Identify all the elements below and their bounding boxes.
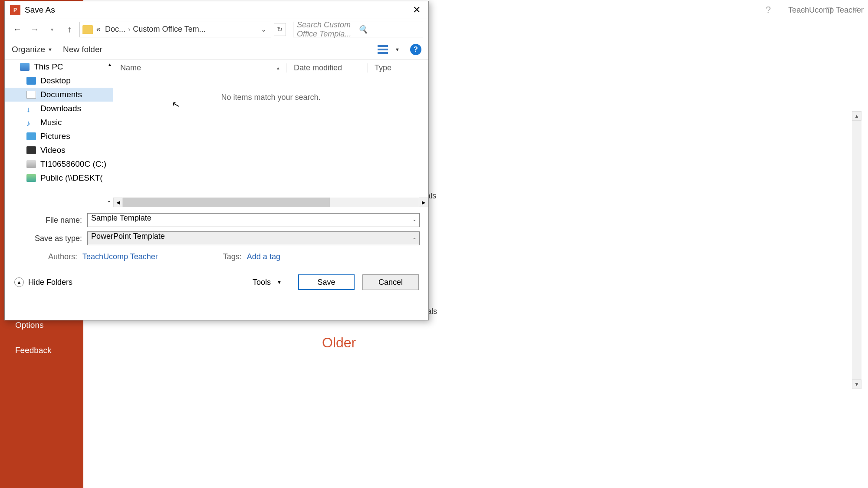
list-view-icon (378, 45, 388, 54)
tree-item-network[interactable]: Public (\\DESKT(⌄ (5, 171, 113, 185)
cancel-button[interactable]: Cancel (362, 274, 419, 290)
dialog-titlebar: P Save As ✕ (5, 1, 428, 19)
forward-icon[interactable]: → (27, 22, 42, 37)
scroll-up-icon[interactable]: ▲ (852, 111, 861, 121)
filename-input[interactable]: Sample Template⌄ (87, 213, 420, 227)
authors-label: Authors: (48, 252, 77, 261)
organize-button[interactable]: Organize▼ (12, 45, 53, 54)
view-button[interactable]: ▼ (378, 45, 400, 54)
folder-tree[interactable]: ▲ This PC Desktop Documents Downloads Mu… (5, 60, 113, 207)
file-list[interactable]: Name▴ Date modified Type No items match … (113, 60, 428, 207)
tree-item-desktop[interactable]: Desktop (5, 74, 113, 88)
dialog-body: ▲ This PC Desktop Documents Downloads Mu… (5, 59, 428, 207)
folder-icon (82, 25, 93, 34)
tree-scroll-up-icon[interactable]: ▲ (107, 60, 113, 69)
empty-message: No items match your search. (113, 76, 428, 119)
address-bar[interactable]: « Doc... › Custom Office Tem... ⌄ (79, 22, 271, 37)
dialog-nav: ← → ▾ ↑ « Doc... › Custom Office Tem... … (5, 19, 428, 40)
tools-button[interactable]: Tools▼ (244, 275, 290, 290)
hscroll-right-icon[interactable]: ▶ (419, 198, 428, 207)
help-button[interactable]: ? (410, 44, 421, 55)
authors-value[interactable]: TeachUcomp Teacher (82, 252, 158, 261)
new-folder-button[interactable]: New folder (63, 45, 102, 54)
help-icon[interactable]: ? (766, 4, 771, 16)
filename-dropdown-icon[interactable]: ⌄ (412, 216, 417, 222)
search-placeholder: Search Custom Office Templa... (297, 20, 358, 39)
type-select[interactable]: PowerPoint Template⌄ (87, 231, 420, 245)
dialog-fields: File name: Sample Template⌄ Save as type… (5, 207, 428, 266)
sort-asc-icon: ▴ (277, 65, 279, 71)
addr-part3[interactable]: Custom Office Tem... (133, 25, 205, 34)
hscroll-thumb[interactable] (123, 198, 330, 207)
pictures-icon (26, 132, 36, 140)
pc-icon (20, 63, 30, 71)
tree-item-pictures[interactable]: Pictures (5, 129, 113, 143)
tree-item-videos[interactable]: Videos (5, 143, 113, 157)
documents-icon (26, 91, 36, 99)
tree-item-downloads[interactable]: Downloads (5, 102, 113, 115)
network-icon (26, 174, 36, 182)
chevron-down-icon[interactable]: ⌄ (107, 198, 111, 204)
older-heading: Older (322, 335, 356, 351)
save-as-dialog: P Save As ✕ ← → ▾ ↑ « Doc... › Custom Of… (4, 1, 429, 320)
content-scrollbar[interactable]: ▲ ▼ (852, 111, 861, 389)
file-list-hscroll[interactable]: ◀ ▶ (113, 198, 428, 207)
tags-label: Tags: (223, 252, 242, 261)
tree-item-drive[interactable]: TI10658600C (C:) (5, 157, 113, 171)
up-icon[interactable]: ↑ (62, 22, 77, 37)
type-dropdown-icon[interactable]: ⌄ (412, 234, 417, 241)
chevron-right-icon[interactable]: › (128, 26, 130, 33)
file-list-header: Name▴ Date modified Type (113, 60, 428, 76)
history-dropdown-icon[interactable]: ▾ (45, 22, 59, 37)
chevron-up-icon: ▲ (14, 277, 24, 287)
tree-item-this-pc[interactable]: This PC (5, 60, 113, 74)
column-date[interactable]: Date modified (287, 63, 368, 73)
powerpoint-icon: P (10, 5, 20, 15)
music-icon (26, 119, 36, 126)
save-button[interactable]: Save (298, 274, 355, 290)
hscroll-left-icon[interactable]: ◀ (113, 198, 123, 207)
videos-icon (26, 146, 36, 154)
close-window-icon[interactable]: ✕ (851, 5, 859, 14)
search-input[interactable]: Search Custom Office Templa... 🔍 (293, 22, 423, 37)
addr-part1[interactable]: « (96, 25, 101, 34)
close-dialog-icon[interactable]: ✕ (410, 3, 423, 16)
addr-dropdown-icon[interactable]: ⌄ (259, 25, 268, 33)
filename-label: File name: (13, 216, 87, 225)
dialog-footer: ▲ Hide Folders Tools▼ Save Cancel (5, 266, 428, 299)
type-label: Save as type: (13, 234, 87, 243)
drive-icon (26, 160, 36, 168)
tree-item-documents[interactable]: Documents (5, 88, 113, 102)
back-icon[interactable]: ← (10, 22, 25, 37)
maximize-icon[interactable]: ▢ (825, 5, 833, 14)
search-icon[interactable]: 🔍 (358, 25, 419, 34)
tree-item-music[interactable]: Music (5, 115, 113, 129)
scroll-down-icon[interactable]: ▼ (852, 379, 861, 389)
column-name[interactable]: Name▴ (113, 63, 287, 73)
addr-part2[interactable]: Doc... (105, 25, 125, 34)
tags-value[interactable]: Add a tag (247, 252, 280, 261)
sidebar-item-feedback[interactable]: Feedback (0, 338, 83, 363)
column-type[interactable]: Type (368, 63, 428, 73)
downloads-icon (26, 105, 36, 112)
hide-folders-button[interactable]: ▲ Hide Folders (14, 277, 72, 287)
dialog-title: Save As (25, 5, 410, 15)
dialog-toolbar: Organize▼ New folder ▼ ? (5, 40, 428, 59)
refresh-icon[interactable]: ↻ (274, 23, 286, 36)
minimize-icon[interactable]: — (799, 5, 807, 14)
desktop-icon (26, 77, 36, 85)
